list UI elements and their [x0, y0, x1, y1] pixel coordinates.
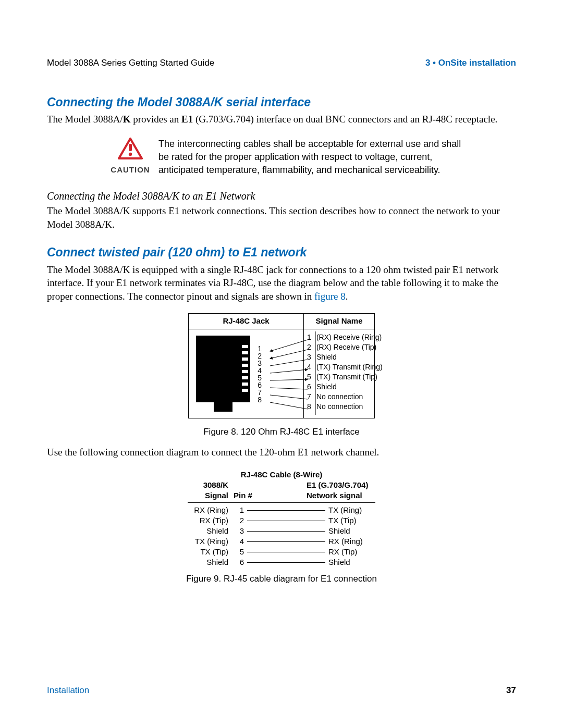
fig8-sig-divider: [304, 329, 374, 418]
fig8-table: RJ-48C Jack Signal Name: [188, 313, 375, 418]
heading-twisted-pair: Connect twisted pair (120 ohm) to E1 net…: [47, 244, 516, 261]
svg-line-13: [270, 340, 308, 351]
text: The Model 3088A/: [47, 114, 123, 125]
text: The Model 3088A/K is equipped with a sin…: [47, 264, 498, 302]
caution-text: The interconnecting cables shall be acce…: [158, 138, 464, 177]
svg-line-14: [270, 350, 308, 359]
svg-line-20: [270, 402, 308, 409]
text-bold: E1: [181, 114, 193, 125]
svg-line-19: [270, 395, 308, 399]
figure-8-caption: Figure 8. 120 Ohm RJ-48C E1 interface: [47, 426, 516, 438]
fig9-row: Shield6Shield: [188, 557, 375, 567]
header-doc-title: Model 3088A Series Getting Started Guide: [47, 57, 214, 69]
fig8-col-jack-header: RJ-48C Jack: [189, 314, 304, 328]
figure-9-caption: Figure 9. RJ-45 cable diagram for E1 con…: [47, 573, 516, 585]
fig9-row: RX (Ring)1TX (Ring): [188, 505, 375, 515]
subheading-e1-network: Connecting the Model 3088A/K to an E1 Ne…: [47, 189, 516, 203]
running-footer: Installation 37: [47, 685, 516, 697]
figure-9: RJ-48C Cable (8-Wire) 3088/K E1 (G.703/G…: [47, 470, 516, 585]
fig8-header-row: RJ-48C Jack Signal Name: [189, 314, 374, 329]
page: Model 3088A Series Getting Started Guide…: [0, 0, 563, 728]
figure-8: RJ-48C Jack Signal Name: [47, 313, 516, 438]
figure-link[interactable]: figure 8: [314, 291, 346, 302]
fig9-title: RJ-48C Cable (8-Wire): [188, 470, 375, 480]
fig9-row: TX (Tip)5RX (Tip): [188, 547, 375, 557]
fig9-subhead-row2: Signal Pin # Network signal: [188, 490, 375, 502]
fig9-diagram: RJ-48C Cable (8-Wire) 3088/K E1 (G.703/G…: [188, 470, 375, 567]
svg-line-18: [270, 388, 308, 389]
fig8-wires: [194, 332, 309, 421]
fig8-signal-cell: 1 (RX) Receive (Ring) 2 (RX) Receive (Ti…: [304, 329, 374, 418]
paragraph-after-fig8: Use the following connection diagram to …: [47, 446, 516, 459]
header-chapter: 3 • OnSite installation: [425, 57, 516, 69]
svg-rect-1: [129, 144, 132, 151]
footer-section-name: Installation: [47, 685, 89, 697]
caution-block: CAUTION The interconnecting cables shall…: [109, 138, 464, 177]
caution-label: CAUTION: [109, 165, 151, 175]
svg-line-16: [270, 369, 308, 373]
fig9-subhead-row1: 3088/K E1 (G.703/G.704): [188, 480, 375, 490]
paragraph-twisted-pair: The Model 3088A/K is equipped with a sin…: [47, 263, 516, 303]
paragraph-e1-network: The Model 3088A/K supports E1 network co…: [47, 204, 516, 231]
running-header: Model 3088A Series Getting Started Guide…: [47, 57, 516, 69]
paragraph-intro: The Model 3088A/K provides an E1 (G.703/…: [47, 113, 516, 126]
text-bold: K: [123, 114, 131, 125]
fig9-left-head2: Signal: [188, 490, 228, 501]
fig9-row: TX (Ring)4RX (Ring): [188, 536, 375, 547]
text: (G.703/G.704) interface on dual BNC conn…: [193, 114, 497, 125]
page-number: 37: [506, 685, 516, 697]
fig8-col-signal-header: Signal Name: [304, 314, 374, 328]
fig9-left-head1: 3088/K: [188, 480, 228, 490]
fig9-right-head2: Network signal: [260, 490, 375, 501]
warning-icon: [118, 138, 143, 161]
svg-line-15: [270, 360, 308, 366]
svg-line-17: [270, 379, 308, 380]
fig9-row: RX (Tip)2TX (Tip): [188, 515, 375, 526]
caution-icon-wrap: CAUTION: [109, 138, 151, 176]
svg-point-2: [129, 152, 132, 155]
fig8-jack-cell: 1 2 3 4 5 6 7 8: [189, 329, 304, 418]
fig9-right-head1: E1 (G.703/G.704): [260, 480, 375, 490]
fig9-mid-head: Pin #: [228, 490, 260, 501]
text: provides an: [130, 114, 181, 125]
text: .: [346, 291, 348, 302]
heading-connect-serial: Connecting the Model 3088A/K serial inte…: [47, 94, 516, 110]
fig9-row: Shield3Shield: [188, 526, 375, 536]
fig8-body: 1 2 3 4 5 6 7 8: [189, 329, 374, 418]
